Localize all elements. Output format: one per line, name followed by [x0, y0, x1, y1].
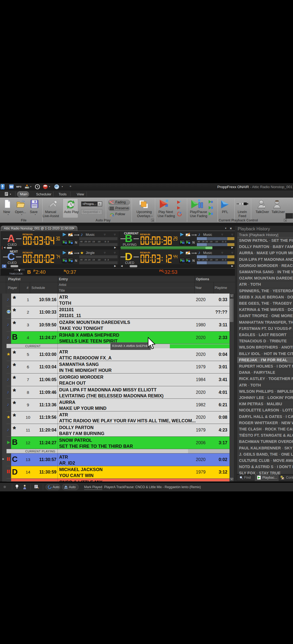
svg-text:A: A	[110, 214, 112, 217]
svg-text:B: B	[112, 214, 114, 217]
